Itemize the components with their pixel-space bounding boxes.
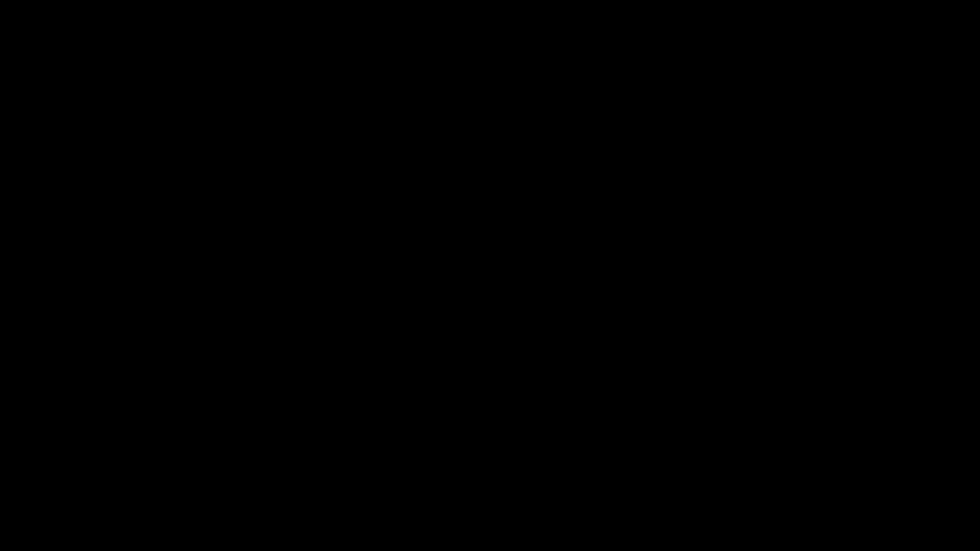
screenshot-grid — [0, 0, 980, 551]
